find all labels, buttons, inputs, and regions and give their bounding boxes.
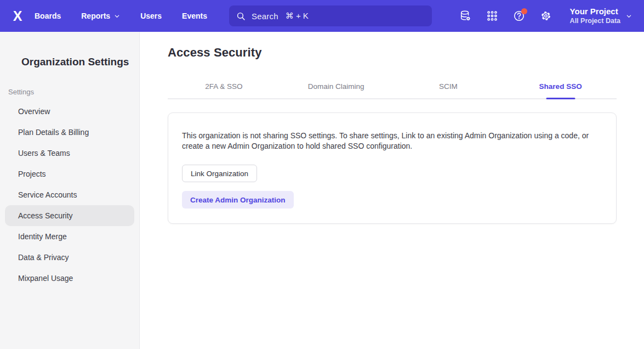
top-bar-actions: Your Project All Project Data: [459, 0, 644, 32]
nav-item-label: Events: [182, 12, 207, 20]
gear-icon[interactable]: [540, 10, 552, 22]
project-switcher[interactable]: Your Project All Project Data: [570, 7, 632, 25]
search-placeholder: Search: [252, 12, 278, 21]
shared-sso-card: This organization is not sharing SSO set…: [168, 112, 617, 224]
tab-shared-sso[interactable]: Shared SSO: [504, 82, 617, 98]
data-management-icon[interactable]: [459, 10, 471, 22]
nav-item-events[interactable]: Events: [182, 12, 207, 20]
sidebar-items: Overview Plan Details & Billing Users & …: [0, 101, 139, 289]
project-title: Your Project: [570, 7, 618, 17]
create-admin-organization-button[interactable]: Create Admin Organization: [182, 191, 294, 209]
search-icon: [236, 12, 246, 21]
sidebar-item-users-teams[interactable]: Users & Teams: [5, 143, 134, 164]
search-input[interactable]: Search ⌘ + K: [229, 5, 432, 26]
tab-domain-claiming[interactable]: Domain Claiming: [280, 82, 392, 98]
tab-bar: 2FA & SSO Domain Claiming SCIM Shared SS…: [168, 82, 617, 99]
shared-sso-description: This organization is not sharing SSO set…: [182, 131, 600, 151]
project-subtitle: All Project Data: [570, 17, 620, 26]
sidebar-item-projects[interactable]: Projects: [5, 164, 134, 184]
chevron-down-icon: [626, 13, 632, 19]
sidebar-item-overview[interactable]: Overview: [5, 101, 134, 122]
nav-item-label: Reports: [81, 12, 110, 20]
tab-2fa-sso[interactable]: 2FA & SSO: [168, 82, 280, 98]
project-names: Your Project All Project Data: [570, 7, 620, 25]
nav-item-users[interactable]: Users: [140, 12, 162, 20]
tab-scim[interactable]: SCIM: [392, 82, 505, 98]
sidebar-item-access-security[interactable]: Access Security: [5, 205, 134, 226]
sidebar-item-data-privacy[interactable]: Data & Privacy: [5, 247, 134, 268]
nav-item-label: Boards: [35, 12, 61, 20]
card-buttons: Link Organization Create Admin Organizat…: [182, 151, 602, 209]
nav-item-boards[interactable]: Boards: [35, 12, 61, 20]
link-organization-button[interactable]: Link Organization: [182, 165, 257, 182]
chevron-down-icon: [114, 13, 120, 19]
nav-item-reports[interactable]: Reports: [81, 12, 120, 20]
sidebar-title: Organization Settings: [21, 56, 139, 68]
notification-dot: [521, 8, 527, 14]
search-shortcut-hint: ⌘ + K: [286, 11, 309, 21]
top-nav-links: Boards Reports Users Events: [35, 12, 207, 20]
sidebar-item-identity-merge[interactable]: Identity Merge: [5, 226, 134, 247]
settings-sidebar: Organization Settings Settings Overview …: [0, 32, 140, 349]
mixpanel-logo-icon[interactable]: X: [0, 8, 35, 24]
sidebar-item-service-accounts[interactable]: Service Accounts: [5, 184, 134, 205]
apps-grid-icon[interactable]: [486, 10, 498, 22]
top-nav-bar: X Boards Reports Users Events Search ⌘ +…: [0, 0, 644, 32]
main-content: Access Security 2FA & SSO Domain Claimin…: [140, 32, 644, 349]
sidebar-item-mixpanel-usage[interactable]: Mixpanel Usage: [5, 268, 134, 289]
page-title: Access Security: [168, 46, 617, 60]
help-icon[interactable]: [513, 10, 525, 22]
sidebar-section-label: Settings: [8, 88, 139, 96]
sidebar-item-plan-details-billing[interactable]: Plan Details & Billing: [5, 122, 134, 143]
nav-item-label: Users: [140, 12, 162, 20]
